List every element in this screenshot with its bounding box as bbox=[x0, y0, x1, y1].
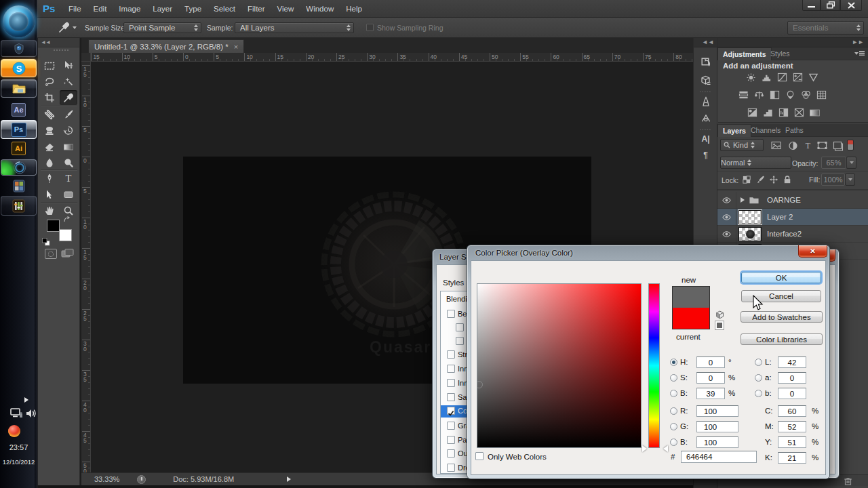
sample-size-select[interactable]: Point Sample bbox=[123, 22, 201, 33]
filter-type-layer-icon[interactable]: T bbox=[802, 140, 814, 151]
menu-select[interactable]: Select bbox=[208, 0, 241, 18]
layer-row-interface2[interactable]: Interface2 bbox=[717, 226, 868, 243]
tool-eyedropper[interactable] bbox=[60, 90, 77, 105]
style-checkbox[interactable] bbox=[447, 422, 455, 430]
tab-channels[interactable]: Channels bbox=[746, 124, 785, 137]
tool-hand[interactable] bbox=[41, 203, 58, 218]
tools-panel-header[interactable]: ◄◄ bbox=[38, 38, 79, 47]
layer-name[interactable]: Interface2 bbox=[767, 230, 802, 238]
field-input-b[interactable]: 39 bbox=[696, 388, 725, 399]
opacity-dropdown[interactable] bbox=[846, 157, 856, 169]
filter-pixel-layer-icon[interactable] bbox=[770, 140, 782, 151]
field-input-b[interactable]: 0 bbox=[778, 388, 806, 399]
field-input-s[interactable]: 0 bbox=[696, 372, 725, 384]
layer-name[interactable]: Layer 2 bbox=[767, 213, 793, 221]
tool-dodge[interactable] bbox=[60, 155, 77, 170]
minimize-button[interactable] bbox=[802, 0, 821, 11]
taskbar-skype[interactable]: S bbox=[1, 59, 37, 77]
adjustment-color-lookup-icon[interactable] bbox=[816, 90, 827, 100]
adjustment-selective-color-icon[interactable] bbox=[793, 108, 805, 118]
fill-dropdown[interactable] bbox=[845, 174, 855, 186]
taskbar-photoshop[interactable]: Ps bbox=[1, 120, 37, 139]
lock-transparent-icon[interactable] bbox=[741, 175, 752, 185]
adjustment-hue-saturation-icon[interactable] bbox=[738, 90, 749, 100]
filter-shape-layer-icon[interactable] bbox=[816, 140, 828, 151]
lock-position-icon[interactable] bbox=[768, 175, 779, 185]
filter-smart-object-icon[interactable] bbox=[832, 140, 844, 151]
security-tray-icon[interactable] bbox=[8, 425, 20, 437]
field-input-k[interactable]: 21 bbox=[778, 452, 806, 464]
style-checkbox[interactable] bbox=[447, 379, 455, 387]
adjustment-levels-icon[interactable] bbox=[761, 73, 772, 83]
start-button[interactable] bbox=[3, 5, 35, 37]
visibility-eye-icon[interactable] bbox=[717, 209, 736, 226]
menu-filter[interactable]: Filter bbox=[241, 0, 271, 18]
show-sampling-ring-checkbox[interactable] bbox=[366, 24, 374, 31]
hue-slider[interactable] bbox=[648, 283, 660, 448]
taskbar-illustrator[interactable]: Ai bbox=[1, 140, 37, 156]
hex-input[interactable]: 646464 bbox=[681, 451, 757, 463]
eyedropper-tool-icon[interactable] bbox=[58, 22, 70, 34]
tool-move[interactable] bbox=[60, 58, 77, 73]
ok-button[interactable]: OK bbox=[741, 272, 821, 283]
layer-row-layer-2[interactable]: Layer 2 bbox=[717, 209, 868, 226]
blend-mode-select[interactable]: Normal bbox=[720, 157, 791, 169]
tab-adjustments[interactable]: Adjustments bbox=[717, 47, 772, 60]
field-input-h[interactable]: 0 bbox=[696, 357, 725, 368]
tool-path-selection[interactable] bbox=[41, 187, 58, 202]
add-to-swatches-button[interactable]: Add to Swatches bbox=[741, 311, 823, 323]
adjustment-exposure-icon[interactable] bbox=[792, 73, 804, 83]
sample-select[interactable]: All Layers bbox=[235, 22, 354, 33]
tools-drag-handle[interactable] bbox=[53, 49, 69, 52]
radio-s[interactable] bbox=[670, 374, 677, 382]
hue-slider-marker-left[interactable] bbox=[642, 445, 647, 452]
menu-view[interactable]: View bbox=[271, 0, 300, 18]
adjustment-color-balance-icon[interactable] bbox=[753, 90, 765, 100]
adjustment-black-white-icon[interactable] bbox=[769, 90, 781, 100]
radio-a[interactable] bbox=[755, 374, 762, 382]
adjustment-vibrance-icon[interactable] bbox=[808, 73, 819, 83]
tool-shape[interactable] bbox=[60, 187, 77, 202]
adjustment-gradient-map-icon[interactable] bbox=[809, 108, 821, 118]
layer-thumbnail[interactable] bbox=[738, 210, 762, 224]
tool-type[interactable]: T bbox=[60, 171, 77, 186]
lock-image-icon[interactable] bbox=[755, 175, 766, 185]
only-web-colors-checkbox[interactable] bbox=[475, 452, 484, 460]
radio-r[interactable] bbox=[670, 407, 677, 415]
lock-all-icon[interactable] bbox=[782, 175, 793, 185]
adjustment-brightness-contrast-icon[interactable] bbox=[745, 73, 757, 83]
tool-pen[interactable] bbox=[41, 171, 58, 186]
tool-clone-stamp[interactable] bbox=[41, 123, 58, 138]
adjustment-channel-mixer-icon[interactable] bbox=[800, 90, 812, 100]
fill-value[interactable]: 100% bbox=[821, 174, 845, 186]
radio-l[interactable] bbox=[755, 359, 762, 366]
opacity-value[interactable]: 65% bbox=[821, 157, 846, 169]
tool-healing-brush[interactable] bbox=[41, 107, 58, 122]
dock-history-icon[interactable] bbox=[698, 56, 713, 68]
style-checkbox[interactable] bbox=[447, 350, 455, 359]
layer-name[interactable]: OARNGE bbox=[767, 196, 801, 204]
filter-adjustment-layer-icon[interactable] bbox=[787, 140, 799, 151]
menu-file[interactable]: File bbox=[62, 0, 87, 18]
field-input-l[interactable]: 42 bbox=[778, 357, 806, 368]
out-of-gamut-cube-icon[interactable] bbox=[715, 310, 724, 319]
dock-character-icon[interactable]: A| bbox=[698, 132, 713, 145]
taskbar-movie-app[interactable] bbox=[1, 178, 37, 193]
dock-expand-arrows[interactable]: ◄◄ bbox=[694, 38, 717, 47]
field-input-c[interactable]: 60 bbox=[778, 405, 806, 417]
tray-clock[interactable]: 23:57 bbox=[0, 443, 37, 451]
quick-mask-button[interactable] bbox=[45, 249, 57, 259]
color-field-marker[interactable] bbox=[477, 381, 483, 388]
tool-rectangular-marquee[interactable] bbox=[41, 58, 58, 73]
field-input-b[interactable]: 100 bbox=[696, 436, 738, 448]
style-checkbox[interactable] bbox=[456, 323, 464, 331]
adjustment-posterize-icon[interactable] bbox=[762, 108, 774, 118]
menu-type[interactable]: Type bbox=[178, 0, 208, 18]
volume-tray-icon[interactable] bbox=[26, 408, 37, 419]
taskbar-after-effects[interactable]: Ae bbox=[1, 102, 37, 117]
style-checkbox[interactable] bbox=[456, 337, 464, 345]
radio-b[interactable] bbox=[755, 390, 762, 397]
menu-layer[interactable]: Layer bbox=[146, 0, 178, 18]
style-checkbox[interactable] bbox=[447, 310, 455, 318]
network-tray-icon[interactable] bbox=[10, 407, 24, 420]
